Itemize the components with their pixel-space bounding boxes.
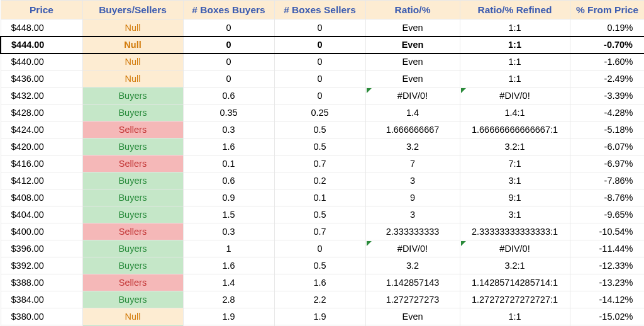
cell-price[interactable]: $440.00 bbox=[1, 53, 82, 70]
cell-ratio[interactable]: Even bbox=[365, 53, 460, 70]
cell-ratio[interactable]: 3 bbox=[365, 172, 460, 189]
table-row[interactable]: $440.00Null00Even1:1-1.60% bbox=[1, 53, 644, 70]
cell-ratio[interactable]: 1.4 bbox=[365, 104, 460, 121]
cell-buyers-sellers[interactable]: Buyers bbox=[82, 257, 183, 274]
cell-buyers-sellers[interactable]: Sellers bbox=[82, 274, 183, 291]
cell-boxes-sellers[interactable]: 0 bbox=[274, 53, 365, 70]
cell-boxes-buyers[interactable]: 0.1 bbox=[183, 155, 274, 172]
cell-price[interactable]: $424.00 bbox=[1, 121, 82, 138]
cell-pct[interactable]: -12.33% bbox=[570, 257, 644, 274]
cell-ratio[interactable]: Even bbox=[365, 70, 460, 87]
table-row[interactable]: $444.00Null00Even1:1-0.70% bbox=[1, 37, 644, 53]
col-buyers-sellers[interactable]: Buyers/Sellers bbox=[82, 1, 183, 20]
table-row[interactable]: $392.00Buyers1.60.53.23.2:1-12.33% bbox=[1, 257, 644, 274]
table-row[interactable]: $424.00Sellers0.30.51.6666666671.6666666… bbox=[1, 121, 644, 138]
table-row[interactable]: $400.00Sellers0.30.72.3333333332.3333333… bbox=[1, 223, 644, 240]
cell-boxes-buyers[interactable]: 1 bbox=[183, 240, 274, 257]
cell-ratio[interactable]: 1.272727273 bbox=[365, 291, 460, 308]
cell-ratio-refined[interactable]: 1:1 bbox=[460, 20, 570, 37]
cell-boxes-buyers[interactable]: 0 bbox=[183, 20, 274, 37]
cell-pct[interactable]: -6.07% bbox=[570, 138, 644, 155]
cell-ratio[interactable]: 1.666666667 bbox=[365, 121, 460, 138]
cell-boxes-sellers[interactable]: 0 bbox=[274, 20, 365, 37]
cell-buyers-sellers[interactable]: Buyers bbox=[82, 206, 183, 223]
cell-pct[interactable]: -4.28% bbox=[570, 104, 644, 121]
cell-boxes-buyers[interactable]: 0.3 bbox=[183, 121, 274, 138]
cell-price[interactable]: $400.00 bbox=[1, 223, 82, 240]
cell-pct[interactable]: -1.60% bbox=[570, 53, 644, 70]
cell-boxes-buyers[interactable]: 0.3 bbox=[183, 223, 274, 240]
cell-price[interactable]: $420.00 bbox=[1, 138, 82, 155]
cell-buyers-sellers[interactable]: Buyers bbox=[82, 87, 183, 104]
table-row[interactable]: $448.00Null00Even1:10.19% bbox=[1, 20, 644, 37]
cell-ratio[interactable]: 9 bbox=[365, 189, 460, 206]
cell-pct[interactable]: -0.70% bbox=[570, 37, 644, 53]
cell-price[interactable]: $392.00 bbox=[1, 257, 82, 274]
cell-boxes-buyers[interactable]: 1.5 bbox=[183, 206, 274, 223]
cell-pct[interactable]: -11.44% bbox=[570, 240, 644, 257]
cell-boxes-buyers[interactable]: 0.9 bbox=[183, 189, 274, 206]
cell-price[interactable]: $384.00 bbox=[1, 291, 82, 308]
cell-ratio-refined[interactable]: 3:1 bbox=[460, 172, 570, 189]
cell-ratio-refined[interactable]: 1:1 bbox=[460, 37, 570, 53]
table-row[interactable]: $436.00Null00Even1:1-2.49% bbox=[1, 70, 644, 87]
cell-ratio-refined[interactable]: 1.66666666666667:1 bbox=[460, 121, 570, 138]
cell-price[interactable]: $380.00 bbox=[1, 308, 82, 325]
cell-boxes-sellers[interactable]: 0.2 bbox=[274, 172, 365, 189]
cell-pct[interactable]: -14.12% bbox=[570, 291, 644, 308]
table-row[interactable]: $384.00Buyers2.82.21.2727272731.27272727… bbox=[1, 291, 644, 308]
cell-boxes-sellers[interactable]: 0 bbox=[274, 240, 365, 257]
cell-price[interactable]: $448.00 bbox=[1, 20, 82, 37]
cell-pct[interactable]: -9.65% bbox=[570, 206, 644, 223]
cell-ratio[interactable]: 3 bbox=[365, 206, 460, 223]
cell-boxes-buyers[interactable]: 1.4 bbox=[183, 274, 274, 291]
cell-ratio-refined[interactable]: 3.2:1 bbox=[460, 138, 570, 155]
table-row[interactable]: $380.00Null1.91.9Even1:1-15.02% bbox=[1, 308, 644, 325]
cell-boxes-buyers[interactable]: 0.6 bbox=[183, 87, 274, 104]
cell-price[interactable]: $436.00 bbox=[1, 70, 82, 87]
cell-price[interactable]: $388.00 bbox=[1, 274, 82, 291]
cell-pct[interactable]: -10.54% bbox=[570, 223, 644, 240]
table-row[interactable]: $412.00Buyers0.60.233:1-7.86% bbox=[1, 172, 644, 189]
cell-buyers-sellers[interactable]: Null bbox=[82, 70, 183, 87]
cell-ratio-refined[interactable]: 7:1 bbox=[460, 155, 570, 172]
table-row[interactable]: $432.00Buyers0.60#DIV/0!#DIV/0!-3.39% bbox=[1, 87, 644, 104]
cell-boxes-buyers[interactable]: 1.9 bbox=[183, 308, 274, 325]
cell-boxes-sellers[interactable]: 0.7 bbox=[274, 155, 365, 172]
cell-ratio[interactable]: Even bbox=[365, 308, 460, 325]
cell-ratio-refined[interactable]: 2.33333333333333:1 bbox=[460, 223, 570, 240]
cell-ratio-refined[interactable]: #DIV/0! bbox=[460, 87, 570, 104]
table-row[interactable]: $428.00Buyers0.350.251.41.4:1-4.28% bbox=[1, 104, 644, 121]
cell-buyers-sellers[interactable]: Buyers bbox=[82, 172, 183, 189]
cell-boxes-sellers[interactable]: 0.25 bbox=[274, 104, 365, 121]
cell-ratio-refined[interactable]: #DIV/0! bbox=[460, 240, 570, 257]
cell-buyers-sellers[interactable]: Buyers bbox=[82, 104, 183, 121]
table-row[interactable]: $388.00Sellers1.41.61.1428571431.1428571… bbox=[1, 274, 644, 291]
cell-ratio-refined[interactable]: 1.27272727272727:1 bbox=[460, 291, 570, 308]
cell-boxes-sellers[interactable]: 0.5 bbox=[274, 138, 365, 155]
cell-price[interactable]: $416.00 bbox=[1, 155, 82, 172]
cell-buyers-sellers[interactable]: Buyers bbox=[82, 138, 183, 155]
cell-boxes-sellers[interactable]: 1.9 bbox=[274, 308, 365, 325]
cell-ratio-refined[interactable]: 1.14285714285714:1 bbox=[460, 274, 570, 291]
table-row[interactable]: $404.00Buyers1.50.533:1-9.65% bbox=[1, 206, 644, 223]
col-boxes-sellers[interactable]: # Boxes Sellers bbox=[274, 1, 365, 20]
cell-pct[interactable]: -6.97% bbox=[570, 155, 644, 172]
cell-buyers-sellers[interactable]: Sellers bbox=[82, 155, 183, 172]
cell-price[interactable]: $428.00 bbox=[1, 104, 82, 121]
cell-boxes-buyers[interactable]: 0 bbox=[183, 37, 274, 53]
cell-ratio[interactable]: 3.2 bbox=[365, 138, 460, 155]
cell-pct[interactable]: 0.19% bbox=[570, 20, 644, 37]
cell-ratio-refined[interactable]: 1.4:1 bbox=[460, 104, 570, 121]
cell-ratio[interactable]: 7 bbox=[365, 155, 460, 172]
cell-price[interactable]: $412.00 bbox=[1, 172, 82, 189]
cell-boxes-sellers[interactable]: 0.5 bbox=[274, 121, 365, 138]
cell-ratio-refined[interactable]: 9:1 bbox=[460, 189, 570, 206]
col-boxes-buyers[interactable]: # Boxes Buyers bbox=[183, 1, 274, 20]
table-row[interactable]: $396.00Buyers10#DIV/0!#DIV/0!-11.44% bbox=[1, 240, 644, 257]
cell-price[interactable]: $444.00 bbox=[1, 37, 82, 53]
cell-boxes-sellers[interactable]: 0.7 bbox=[274, 223, 365, 240]
col-pct-from-price[interactable]: % From Price bbox=[570, 1, 644, 20]
cell-ratio-refined[interactable]: 1:1 bbox=[460, 53, 570, 70]
cell-ratio[interactable]: Even bbox=[365, 20, 460, 37]
